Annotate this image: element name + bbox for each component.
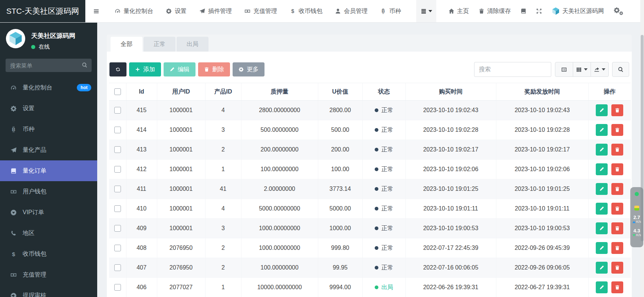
cell-id: 406	[126, 278, 157, 297]
row-edit-button[interactable]	[596, 144, 608, 156]
topnav-item[interactable]: 充值管理	[238, 0, 283, 22]
column-header: 购买时间	[405, 83, 496, 101]
user-status: 在线	[31, 43, 75, 50]
topnav-item[interactable]: 会员管理	[329, 0, 374, 22]
clear-cache-link[interactable]: 清除缓存	[474, 0, 516, 22]
cell-buy-time: 2023-10-10 19:02:43	[405, 101, 496, 120]
add-button[interactable]: 添加	[129, 62, 161, 76]
export-button[interactable]	[591, 62, 609, 77]
refresh-button[interactable]	[109, 62, 126, 76]
sidebar-item[interactable]: 量化产品	[0, 140, 97, 160]
sidebar-item[interactable]: 收币钱包	[0, 244, 97, 264]
sidebar-item[interactable]: 币种	[0, 119, 97, 140]
row-checkbox[interactable]	[114, 264, 121, 271]
network-speed-widget: 2.7 K/s 4.3 K/s	[630, 187, 643, 247]
orders-table: Id 用户ID 产品ID 质押量 U价值 状态 购买时间 奖励发放时间 操作 4…	[109, 83, 631, 297]
row-delete-button[interactable]	[611, 242, 623, 254]
row-checkbox[interactable]	[114, 186, 121, 192]
row-checkbox[interactable]	[114, 127, 121, 133]
topnav-item-label: 收币钱包	[299, 7, 322, 15]
select-all-checkbox[interactable]	[114, 88, 121, 95]
sidebar-item[interactable]: 量化订单	[0, 160, 97, 181]
topnav-item[interactable]: 币种	[374, 0, 407, 22]
row-edit-button[interactable]	[596, 124, 608, 136]
row-edit-button[interactable]	[596, 281, 608, 293]
row-delete-button[interactable]	[611, 262, 623, 274]
row-checkbox[interactable]	[114, 225, 121, 232]
sidebar-item[interactable]: 充值管理	[0, 264, 97, 285]
row-delete-button[interactable]	[611, 183, 623, 195]
search-submit-button[interactable]	[612, 62, 629, 77]
brand-logo[interactable]: STC-天美社区源码网	[0, 0, 85, 22]
sidebar-menu: 量化控制台 hot 设置 币种 量化产品 量化订单 用户钱包 VIP订单 地区 …	[0, 77, 97, 297]
row-edit-button[interactable]	[596, 203, 608, 215]
cell-user-id: 2076950	[157, 258, 205, 278]
row-checkbox[interactable]	[114, 205, 121, 212]
sidebar-item-label: 地区	[23, 229, 34, 237]
download-speed-value: 4.3	[632, 228, 641, 234]
upload-speed: 2.7 K/s	[632, 215, 641, 224]
fullscreen-link[interactable]	[531, 0, 547, 22]
row-delete-button[interactable]	[611, 124, 623, 136]
sidebar-item-label: 量化产品	[23, 146, 46, 154]
columns-button[interactable]	[573, 62, 591, 77]
sidebar-item[interactable]: 提现审核	[0, 285, 97, 297]
row-checkbox[interactable]	[114, 107, 121, 114]
row-checkbox[interactable]	[114, 166, 121, 173]
row-checkbox[interactable]	[114, 245, 121, 251]
online-dot-icon	[31, 45, 35, 49]
topnav-item[interactable]: 插件管理	[193, 0, 238, 22]
cell-checkbox	[109, 258, 126, 278]
topnav-item[interactable]: 设置	[160, 0, 193, 22]
tab[interactable]: 正常	[144, 37, 175, 52]
sidebar-item[interactable]: VIP订单	[0, 202, 97, 223]
topnav-item-label: 充值管理	[253, 7, 277, 15]
sidebar-item[interactable]: 用户钱包	[0, 181, 97, 202]
btc-icon	[10, 126, 17, 133]
row-delete-button[interactable]	[611, 104, 623, 116]
status-label: 正常	[381, 264, 393, 271]
sidebar-item[interactable]: 量化控制台 hot	[0, 77, 97, 98]
row-delete-button[interactable]	[611, 163, 623, 175]
language-link[interactable]	[516, 0, 531, 22]
row-checkbox[interactable]	[114, 146, 121, 153]
row-edit-button[interactable]	[596, 262, 608, 274]
cell-product-id: 3	[205, 120, 241, 140]
site-link[interactable]: 天美社区源码网	[547, 0, 609, 22]
vertical-scrollbar[interactable]	[640, 0, 644, 297]
pencil-icon	[599, 245, 604, 251]
topnav-item[interactable]: 收币钱包	[283, 0, 329, 22]
edit-button[interactable]: 编辑	[164, 62, 196, 76]
sidebar-item[interactable]: 地区	[0, 223, 97, 244]
sidebar-toggle-button[interactable]	[88, 0, 105, 22]
cell-checkbox	[109, 160, 126, 179]
row-delete-button[interactable]	[611, 222, 623, 234]
tab[interactable]: 出局	[177, 37, 208, 52]
row-delete-button[interactable]	[611, 203, 623, 215]
nav-more-dropdown[interactable]	[416, 0, 436, 22]
row-delete-button[interactable]	[611, 281, 623, 293]
menu-search-input[interactable]	[6, 59, 92, 72]
row-delete-button[interactable]	[611, 144, 623, 156]
settings-link[interactable]	[609, 0, 628, 22]
sidebar-item[interactable]: 设置	[0, 98, 97, 119]
table-search-input[interactable]	[474, 62, 551, 77]
cell-reward-time: 2023-10-10 19:00:53	[496, 219, 588, 238]
cell-user-id: 1000001	[157, 179, 205, 199]
more-button[interactable]: 更多	[233, 62, 264, 76]
home-link[interactable]: 主页	[444, 0, 474, 22]
row-edit-button[interactable]	[596, 163, 608, 175]
row-checkbox[interactable]	[114, 284, 121, 291]
chevron-down-icon	[428, 10, 432, 12]
topnav-item[interactable]: 量化控制台	[108, 0, 160, 22]
tab[interactable]: 全部	[111, 37, 142, 52]
row-edit-button[interactable]	[596, 222, 608, 234]
detail-view-button[interactable]	[555, 62, 573, 77]
row-edit-button[interactable]	[596, 183, 608, 195]
pencil-icon	[599, 147, 604, 152]
column-header: 质押量	[241, 83, 318, 101]
row-edit-button[interactable]	[596, 104, 608, 116]
delete-button[interactable]: 删除	[198, 62, 230, 76]
row-edit-button[interactable]	[596, 242, 608, 254]
cell-buy-time: 2022-07-16 00:06:05	[405, 258, 496, 278]
